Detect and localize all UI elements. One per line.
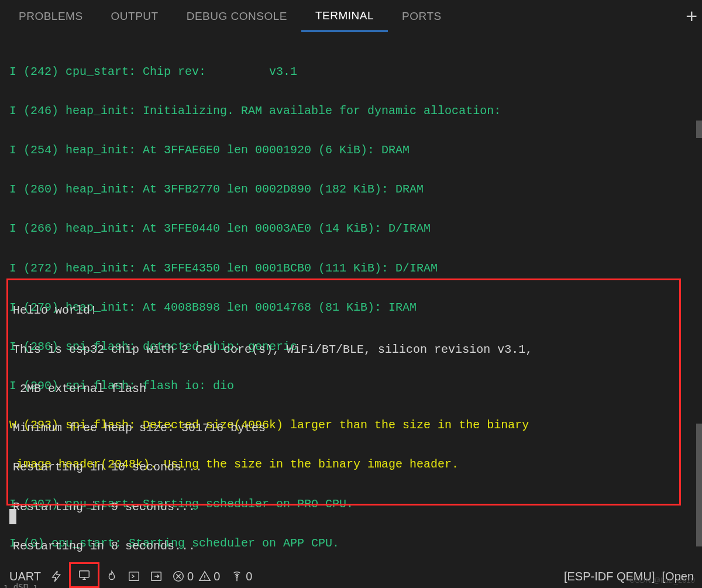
- log-line: I (260) heap_init: At 3FFB2770 len 0002D…: [9, 180, 693, 200]
- warning-icon: [198, 570, 211, 583]
- app-line: Hello world!: [13, 301, 679, 321]
- tab-ports[interactable]: PORTS: [388, 2, 456, 31]
- new-terminal-button[interactable]: +: [686, 5, 697, 27]
- status-ports[interactable]: 0: [226, 565, 258, 588]
- status-problems[interactable]: 0 0: [167, 565, 226, 588]
- app-line: 2MB external flash: [13, 379, 679, 399]
- app-line: Restarting in 8 seconds...: [13, 537, 679, 556]
- scrollbar[interactable]: [694, 33, 702, 565]
- log-line: I (254) heap_init: At 3FFAE6E0 len 00001…: [9, 140, 693, 160]
- log-line: I (246) heap_init: Initializing. RAM ava…: [9, 101, 693, 121]
- tab-problems[interactable]: PROBLEMS: [5, 2, 97, 31]
- flame-icon[interactable]: [101, 565, 123, 588]
- svg-point-4: [236, 575, 238, 577]
- terminal-exec-icon[interactable]: [123, 565, 145, 588]
- tab-terminal[interactable]: TERMINAL: [301, 1, 388, 32]
- log-line: I (266) heap_init: At 3FFE0440 len 00003…: [9, 219, 693, 239]
- error-count: 0: [187, 570, 194, 583]
- scroll-thumb[interactable]: [696, 424, 702, 546]
- app-line: This is esp32 chip with 2 CPU core(s), W…: [13, 340, 679, 360]
- truncated-text: ı dSП ı: [4, 582, 38, 588]
- ports-count: 0: [246, 570, 252, 583]
- monitor-icon[interactable]: [78, 564, 91, 586]
- scroll-thumb[interactable]: [696, 121, 702, 138]
- watermark-text: CSDN @liuzl_2010: [629, 576, 695, 584]
- log-line: I (242) cpu_start: Chip rev: v3.1: [9, 62, 693, 82]
- app-output: Hello world! This is esp32 chip with 2 C…: [13, 281, 679, 588]
- highlight-box-monitor: [69, 562, 99, 588]
- flash-icon[interactable]: [46, 565, 68, 588]
- panel-tabs: PROBLEMS OUTPUT DEBUG CONSOLE TERMINAL P…: [0, 0, 702, 33]
- warning-count: 0: [214, 570, 220, 583]
- import-icon[interactable]: [145, 565, 167, 588]
- app-line: Restarting in 10 seconds...: [13, 458, 679, 477]
- terminal-cursor: [9, 509, 16, 524]
- status-bar: UART 0 0 0 [ESP-IDF QEMU] [Open: [0, 565, 702, 588]
- tab-output[interactable]: OUTPUT: [97, 2, 173, 31]
- antenna-icon: [230, 570, 243, 583]
- app-line: Restarting in 9 seconds...: [13, 497, 679, 517]
- app-line: Minimum free heap size: 301716 bytes: [13, 418, 679, 438]
- tab-debug-console[interactable]: DEBUG CONSOLE: [173, 2, 301, 31]
- error-icon: [172, 570, 185, 583]
- log-line: I (272) heap_init: At 3FFE4350 len 0001B…: [9, 259, 693, 278]
- svg-rect-0: [80, 571, 90, 577]
